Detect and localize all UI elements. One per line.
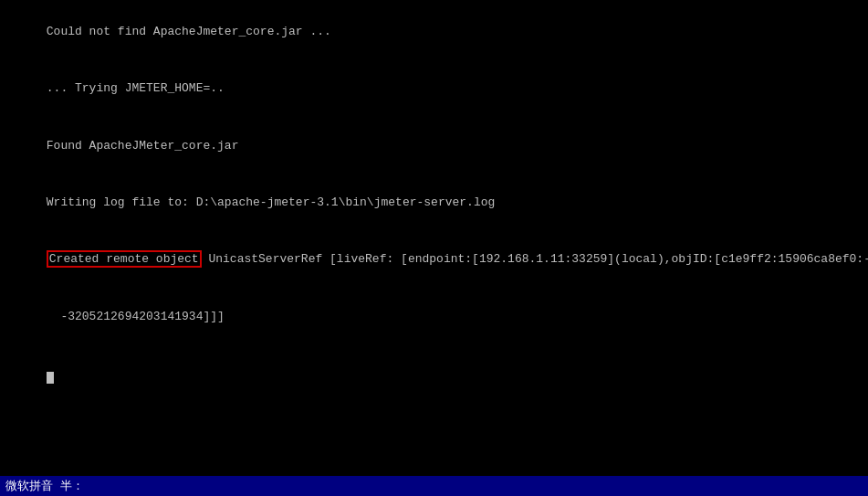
cursor-block [47, 372, 54, 384]
line1-text: Could not find ApacheJmeter_core.jar ... [47, 25, 331, 38]
terminal-window: Could not find ApacheJmeter_core.jar ...… [0, 0, 868, 496]
terminal-line-4: Writing log file to: D:\apache-jmeter-3.… [4, 174, 864, 231]
line2-text: ... Trying JMETER_HOME=.. [47, 81, 225, 95]
highlighted-created-remote: Created remote object [47, 250, 202, 268]
terminal-line-5: Created remote object UnicastServerRef [… [4, 232, 864, 289]
terminal-line-2: ... Trying JMETER_HOME=.. [4, 60, 864, 117]
status-bar: 微软拼音 半： [0, 476, 868, 496]
terminal-output: Could not find ApacheJmeter_core.jar ...… [0, 0, 868, 474]
line5-rest: UnicastServerRef [liveRef: [endpoint:[19… [202, 252, 868, 266]
status-bar-text: 微软拼音 半： [5, 478, 84, 494]
terminal-line-6: -3205212694203141934]]] [4, 289, 864, 345]
terminal-line-1: Could not find ApacheJmeter_core.jar ... [4, 4, 864, 60]
terminal-line-3: Found ApacheJMeter_core.jar [4, 118, 864, 174]
terminal-line-cursor [4, 345, 864, 402]
line6-text: -3205212694203141934]]] [47, 310, 225, 323]
line4-text: Writing log file to: D:\apache-jmeter-3.… [47, 195, 495, 209]
line3-text: Found ApacheJMeter_core.jar [47, 139, 239, 153]
